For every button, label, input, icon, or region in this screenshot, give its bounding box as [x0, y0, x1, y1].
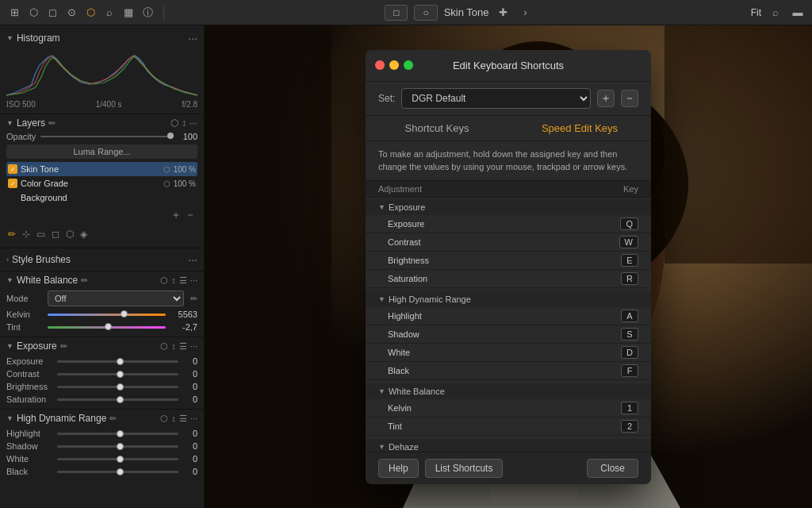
tab-shortcut-keys[interactable]: Shortcut Keys [366, 116, 508, 140]
toolbar-import-icon[interactable]: ⬡ [25, 5, 41, 21]
layer-tool-stamp[interactable]: ⊹ [21, 227, 32, 241]
exposure-title[interactable]: ▼ Exposure ✏ [6, 341, 67, 352]
shortcut-item-brightness[interactable]: Brightness E [366, 252, 651, 270]
toolbar-meta-icon[interactable]: ▦ [121, 5, 136, 21]
layer-pct-skin-tone: 100 % [174, 165, 196, 174]
traffic-light-minimize[interactable] [389, 60, 399, 70]
shadow-slider[interactable] [57, 445, 178, 448]
shortcut-item-black[interactable]: Black F [366, 362, 651, 380]
brightness-slider[interactable] [57, 386, 178, 388]
list-shortcuts-btn[interactable]: List Shortcuts [425, 459, 504, 478]
histogram-more[interactable]: ··· [188, 32, 197, 44]
shortcut-item-saturation[interactable]: Saturation R [366, 270, 651, 288]
help-btn[interactable]: Help [378, 459, 419, 478]
toolbar-color-icon[interactable]: ⬡ [82, 5, 98, 21]
layers-title[interactable]: ▼ Layers ✏ [6, 117, 56, 129]
exposure-slider[interactable] [57, 360, 178, 363]
white-value: 0 [182, 454, 197, 464]
shortcut-item-kelvin[interactable]: Kelvin 1 [366, 399, 651, 418]
saturation-slider[interactable] [57, 398, 178, 401]
shortcut-item-tint[interactable]: Tint 2 [366, 418, 651, 436]
shortcut-item-shadow[interactable]: Shadow S [366, 325, 651, 344]
layer-item-background[interactable]: Background [6, 190, 197, 205]
layers-action-icon2[interactable]: ↕ [182, 117, 186, 129]
group-header-exposure[interactable]: ▼ Exposure [366, 199, 651, 215]
highlight-label: Highlight [6, 429, 54, 438]
opacity-slider[interactable] [40, 136, 174, 137]
layer-add-icon[interactable]: ＋ [170, 208, 182, 222]
layer-tool-rect[interactable]: ▭ [35, 227, 47, 241]
toolbar-search-icon[interactable]: ⌕ [102, 5, 117, 21]
exp-action1[interactable]: ⬡ [160, 341, 168, 352]
toolbar-search-right-icon[interactable]: ⌕ [768, 5, 783, 21]
hdr-action3[interactable]: ☰ [179, 414, 187, 424]
toolbar-add-icon[interactable]: ✚ [496, 5, 511, 21]
wb-title[interactable]: ▼ White Balance ✏ [6, 275, 88, 286]
exp-action-more[interactable]: ··· [190, 341, 197, 352]
toolbar-tab-cir[interactable]: ○ [414, 5, 437, 21]
toolbar-crop-icon[interactable]: ◻ [44, 5, 60, 21]
layer-checkbox-skin-tone[interactable]: ✓ [8, 164, 17, 174]
group-name-wb: White Balance [389, 387, 445, 396]
style-brushes-more[interactable]: ··· [188, 253, 197, 266]
kelvin-slider[interactable] [48, 314, 166, 316]
layers-header: ▼ Layers ✏ ⬡ ↕ ··· [6, 117, 197, 129]
hdr-action1[interactable]: ⬡ [160, 414, 168, 424]
traffic-light-close[interactable] [375, 60, 385, 70]
toolbar-info-icon[interactable]: ⓘ [140, 5, 155, 21]
top-toolbar: ⊞ ⬡ ◻ ⊙ ⬡ ⌕ ▦ ⓘ □ ○ Skin Tone ✚ › Fit ⌕ … [0, 0, 812, 25]
black-slider[interactable] [57, 471, 178, 473]
wb-action-more[interactable]: ··· [190, 275, 197, 286]
hdr-action2[interactable]: ↕ [171, 414, 176, 424]
toolbar-battery-icon[interactable]: ▬ [790, 5, 806, 21]
close-btn[interactable]: Close [587, 459, 638, 478]
wb-action3[interactable]: ☰ [179, 275, 187, 286]
hdr-action-more[interactable]: ··· [190, 414, 197, 424]
exposure-edit-icon[interactable]: ✏ [60, 341, 67, 352]
exp-action2[interactable]: ↕ [171, 341, 176, 352]
shortcut-item-contrast[interactable]: Contrast W [366, 233, 651, 252]
toolbar-grid-icon[interactable]: ⊞ [6, 5, 22, 21]
group-header-dehaze[interactable]: ▼ Dehaze [366, 439, 651, 452]
toolbar-tab-sq[interactable]: □ [385, 5, 408, 21]
layer-remove-icon[interactable]: － [185, 208, 196, 222]
layer-tool-gradient[interactable]: ⬡ [64, 227, 75, 241]
group-header-hdr[interactable]: ▼ High Dynamic Range [366, 291, 651, 307]
layers-edit-icon[interactable]: ✏ [48, 118, 56, 129]
contrast-slider[interactable] [57, 373, 178, 375]
group-header-wb[interactable]: ▼ White Balance [366, 383, 651, 399]
hdr-title[interactable]: ▼ High Dynamic Range ✏ [6, 413, 117, 424]
layer-tool-eye[interactable]: ◈ [79, 227, 89, 241]
hdr-edit-icon[interactable]: ✏ [109, 414, 117, 424]
mode-select[interactable]: Off [48, 291, 184, 306]
style-brushes-section[interactable]: › Style Brushes ··· [0, 248, 204, 271]
set-add-btn[interactable]: ＋ [597, 90, 615, 107]
traffic-light-maximize[interactable] [404, 60, 413, 70]
layer-item-color-grade[interactable]: ✓ Color Grade ⬡ 100 % [6, 176, 197, 190]
layer-checkbox-color-grade[interactable]: ✓ [8, 179, 17, 188]
set-remove-btn[interactable]: － [621, 90, 638, 107]
histogram-header[interactable]: ▼ Histogram ··· [6, 29, 197, 48]
toolbar-adjust-icon[interactable]: ⊙ [63, 5, 79, 21]
layer-item-skin-tone[interactable]: ✓ Skin Tone ⬡ 100 % [6, 162, 197, 176]
shortcut-item-white[interactable]: White D [366, 344, 651, 362]
wb-action2[interactable]: ↕ [171, 275, 176, 286]
exp-action3[interactable]: ☰ [179, 341, 187, 352]
toolbar-chevron-icon[interactable]: › [518, 5, 534, 21]
shortcut-item-exposure[interactable]: Exposure Q [366, 215, 651, 233]
layer-tool-eraser[interactable]: ◻ [50, 227, 61, 241]
tab-speed-edit-keys[interactable]: Speed Edit Keys [508, 116, 651, 140]
wb-action1[interactable]: ⬡ [160, 275, 168, 286]
layers-action-icon1[interactable]: ⬡ [170, 117, 178, 129]
highlight-slider[interactable] [57, 433, 178, 435]
layers-action-more[interactable]: ··· [190, 117, 197, 129]
white-slider[interactable] [57, 458, 178, 460]
wb-edit-icon[interactable]: ✏ [81, 275, 88, 286]
mode-edit-icon[interactable]: ✏ [190, 294, 197, 304]
layer-tool-brush[interactable]: ✏ [6, 227, 17, 241]
group-chevron-hdr: ▼ [378, 295, 385, 303]
luma-range-btn[interactable]: Luma Range... [6, 144, 197, 159]
set-select[interactable]: DGR Default [401, 88, 591, 109]
shortcut-item-highlight[interactable]: Highlight A [366, 307, 651, 325]
tint-slider[interactable] [48, 326, 166, 329]
